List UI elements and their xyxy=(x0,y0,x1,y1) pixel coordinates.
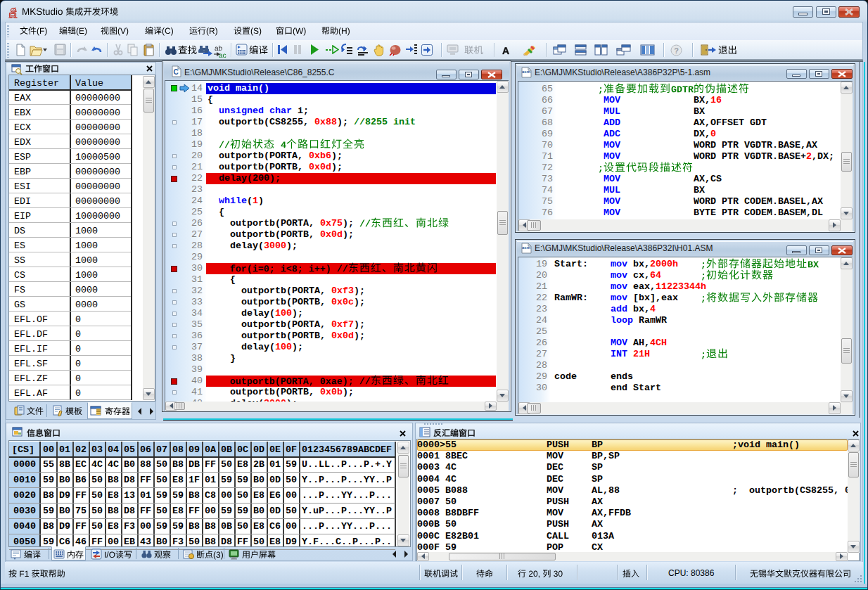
svg-text:C: C xyxy=(173,68,178,76)
svg-text:asm: asm xyxy=(522,70,530,74)
svg-text:?: ? xyxy=(674,46,679,55)
svg-text:asm: asm xyxy=(522,245,530,250)
